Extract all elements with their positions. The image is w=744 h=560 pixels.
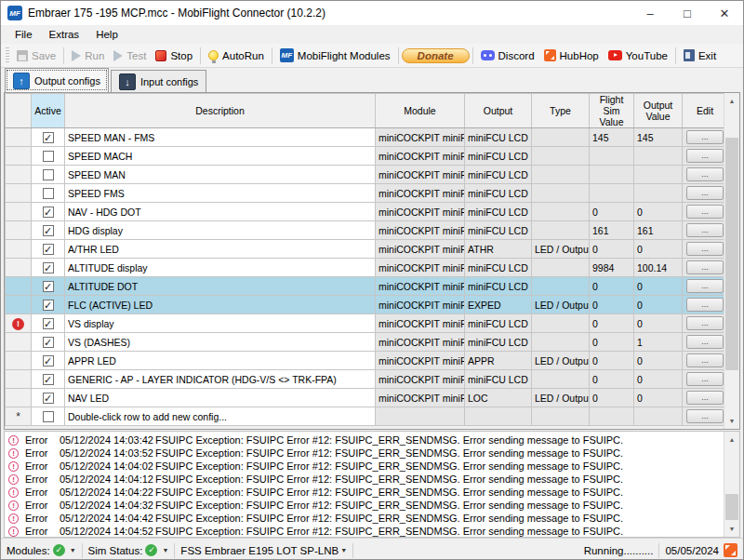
- edit-button[interactable]: ...: [686, 223, 724, 237]
- run-button[interactable]: Run: [67, 48, 109, 63]
- config-row[interactable]: SPEED MANminiCOCKPIT miniFCUminiFCU LCD.…: [6, 166, 728, 184]
- active-checkbox[interactable]: [43, 318, 54, 329]
- config-row[interactable]: *Double-click row to add new config.....…: [6, 407, 728, 426]
- edit-button[interactable]: ...: [686, 186, 724, 200]
- minimize-button[interactable]: –: [631, 1, 669, 25]
- edit-button[interactable]: ...: [686, 298, 724, 312]
- config-row[interactable]: HDG displayminiCOCKPIT miniFCUminiFCU LC…: [6, 221, 728, 240]
- log-entry[interactable]: !Error05/12/2024 14:03:42FSUIPC Exceptio…: [5, 433, 739, 447]
- edit-button[interactable]: ...: [686, 205, 724, 219]
- aircraft-dropdown-icon[interactable]: ▼: [340, 547, 347, 553]
- youtube-button[interactable]: YouTube: [604, 48, 672, 63]
- description-header[interactable]: Description: [65, 94, 376, 128]
- active-checkbox[interactable]: [43, 207, 54, 218]
- active-checkbox[interactable]: [43, 151, 54, 162]
- tab-input-configs[interactable]: ↓ Input configs: [111, 70, 206, 92]
- row-selector[interactable]: [6, 184, 32, 203]
- row-selector[interactable]: [6, 352, 32, 370]
- autorun-button[interactable]: AutoRun: [204, 48, 269, 63]
- stop-button[interactable]: Stop: [151, 48, 197, 63]
- log-entry[interactable]: !Error05/12/2024 14:04:52FSUIPC Exceptio…: [5, 525, 739, 538]
- log-vertical-scrollbar[interactable]: ▲ ▼: [724, 432, 739, 537]
- maximize-button[interactable]: □: [669, 1, 706, 25]
- log-entry[interactable]: !Error05/12/2024 14:04:32FSUIPC Exceptio…: [5, 499, 739, 512]
- menu-help[interactable]: Help: [87, 27, 126, 42]
- edit-button[interactable]: ...: [686, 372, 724, 386]
- module-header[interactable]: Module: [376, 94, 465, 128]
- donate-button[interactable]: Donate: [402, 48, 470, 63]
- active-checkbox[interactable]: [43, 281, 54, 292]
- active-checkbox[interactable]: [43, 262, 54, 273]
- active-checkbox[interactable]: [43, 188, 54, 199]
- exit-button[interactable]: Exit: [679, 47, 721, 63]
- row-selector[interactable]: [6, 240, 32, 259]
- modules-dropdown-icon[interactable]: ▼: [70, 547, 76, 553]
- row-selector[interactable]: [6, 203, 32, 221]
- menu-extras[interactable]: Extras: [41, 27, 88, 42]
- output-header[interactable]: Output: [465, 94, 532, 128]
- active-checkbox[interactable]: [43, 411, 54, 422]
- edit-button[interactable]: ...: [686, 316, 724, 330]
- edit-button[interactable]: ...: [686, 149, 724, 163]
- row-selector[interactable]: [6, 128, 32, 147]
- row-error-indicator[interactable]: !: [6, 314, 32, 333]
- output-value-header[interactable]: Output Value: [634, 94, 683, 128]
- active-checkbox[interactable]: [43, 132, 54, 143]
- type-header[interactable]: Type: [532, 94, 590, 128]
- active-checkbox[interactable]: [43, 300, 54, 311]
- sim-status-dropdown-icon[interactable]: ▼: [162, 547, 168, 553]
- config-row[interactable]: NAV - HDG DOTminiCOCKPIT miniFCUminiFCU …: [6, 203, 728, 221]
- hubhop-button[interactable]: HubHop: [539, 47, 604, 63]
- config-row[interactable]: ALTITUDE displayminiCOCKPIT miniFCUminiF…: [6, 259, 728, 277]
- config-row[interactable]: A/THR LEDminiCOCKPIT miniFCUATHRLED / Ou…: [6, 240, 728, 259]
- config-row[interactable]: SPEED MACHminiCOCKPIT miniFCUminiFCU LCD…: [6, 147, 728, 166]
- hubhop-status-icon[interactable]: [724, 543, 737, 557]
- active-checkbox[interactable]: [43, 169, 54, 180]
- active-checkbox[interactable]: [43, 337, 54, 348]
- active-checkbox[interactable]: [43, 355, 54, 367]
- grid-scroll-thumb[interactable]: [725, 138, 738, 370]
- config-row[interactable]: ALTITUDE DOTminiCOCKPIT miniFCUminiFCU L…: [6, 277, 728, 296]
- row-selector[interactable]: [6, 277, 32, 296]
- test-button[interactable]: Test: [109, 48, 151, 63]
- menu-file[interactable]: File: [7, 27, 41, 42]
- config-row[interactable]: GENERIC - AP - LAYER INDICATOR (HDG-V/S …: [6, 370, 728, 389]
- log-entry[interactable]: !Error05/12/2024 14:04:02FSUIPC Exceptio…: [5, 460, 739, 473]
- edit-button[interactable]: ...: [686, 391, 724, 405]
- active-checkbox[interactable]: [43, 225, 54, 236]
- scroll-down-icon[interactable]: ▼: [724, 521, 739, 537]
- edit-button[interactable]: ...: [686, 130, 724, 144]
- edit-button[interactable]: ...: [686, 167, 724, 181]
- discord-button[interactable]: Discord: [476, 48, 539, 63]
- active-checkbox[interactable]: [43, 393, 54, 404]
- row-selector[interactable]: [6, 333, 32, 352]
- config-row[interactable]: !VS displayminiCOCKPIT miniFCUminiFCU LC…: [6, 314, 728, 333]
- mobiflight-modules-button[interactable]: MF MobiFlight Modules: [275, 47, 395, 64]
- new-row-indicator[interactable]: *: [6, 407, 32, 426]
- log-entry[interactable]: !Error05/12/2024 14:04:12FSUIPC Exceptio…: [5, 473, 739, 486]
- config-row[interactable]: SPEED MAN - FMSminiCOCKPIT miniFCUminiFC…: [6, 128, 728, 147]
- row-selector[interactable]: [6, 259, 32, 277]
- config-row[interactable]: NAV LEDminiCOCKPIT miniFCULOCLED / Outpu…: [6, 389, 728, 407]
- row-selector[interactable]: [6, 389, 32, 407]
- edit-header[interactable]: Edit: [683, 94, 728, 128]
- tab-output-configs[interactable]: ↑ Output configs: [5, 68, 109, 92]
- active-checkbox[interactable]: [43, 374, 54, 385]
- config-row[interactable]: FLC (ACTIVE) LEDminiCOCKPIT miniFCUEXPED…: [6, 296, 728, 314]
- log-entry[interactable]: !Error05/12/2024 14:04:22FSUIPC Exceptio…: [5, 486, 739, 499]
- row-selector[interactable]: [6, 147, 32, 166]
- edit-button[interactable]: ...: [686, 335, 724, 349]
- scroll-down-icon[interactable]: ▼: [724, 413, 739, 429]
- row-selector[interactable]: [6, 166, 32, 184]
- edit-button[interactable]: ...: [686, 260, 724, 274]
- active-header[interactable]: Active: [32, 94, 65, 128]
- edit-button[interactable]: ...: [686, 279, 724, 293]
- close-button[interactable]: ✕: [706, 1, 743, 25]
- config-row[interactable]: VS (DASHES)miniCOCKPIT miniFCUminiFCU LC…: [6, 333, 728, 352]
- edit-button[interactable]: ...: [686, 353, 724, 367]
- log-entry[interactable]: !Error05/12/2024 14:04:42FSUIPC Exceptio…: [5, 512, 739, 525]
- scroll-up-icon[interactable]: ▲: [724, 93, 739, 109]
- log-scroll-thumb[interactable]: [725, 494, 738, 520]
- scroll-up-icon[interactable]: ▲: [724, 432, 739, 447]
- config-row[interactable]: APPR LEDminiCOCKPIT miniFCUAPPRLED / Out…: [6, 352, 728, 370]
